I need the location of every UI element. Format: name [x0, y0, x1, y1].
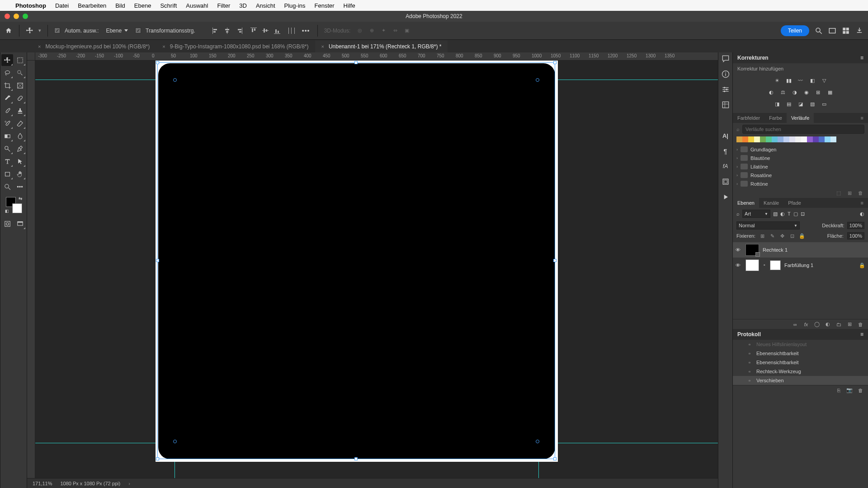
export-icon[interactable]: [855, 27, 863, 35]
colorlookup-adjustment-icon[interactable]: ▦: [826, 88, 835, 97]
gradient-swatch[interactable]: [778, 136, 783, 142]
history-state[interactable]: ▫Ebenensichtbarkeit: [733, 349, 868, 358]
properties-panel-icon[interactable]: [721, 85, 730, 94]
history-state[interactable]: ▫Ebenensichtbarkeit: [733, 358, 868, 367]
gradient-swatch[interactable]: [748, 136, 754, 142]
gradient-folder[interactable]: ›Blautöne: [736, 154, 865, 162]
delete-state-icon[interactable]: 🗑: [857, 387, 863, 393]
character-panel-icon[interactable]: A|: [721, 131, 730, 140]
gradient-folder[interactable]: ›Grundlagen: [736, 145, 865, 154]
share-button[interactable]: Teilen: [781, 25, 809, 36]
more-align-icon[interactable]: •••: [301, 26, 311, 36]
layer-name[interactable]: Farbfüllung 1: [784, 263, 855, 268]
auto-select-checkbox[interactable]: ✓: [54, 28, 60, 33]
menu-hilfe[interactable]: Hilfe: [344, 2, 355, 9]
distribute-icon[interactable]: [287, 26, 297, 36]
colorbalance-adjustment-icon[interactable]: ⚖: [778, 88, 788, 97]
opacity-input[interactable]: 100%: [847, 222, 864, 229]
document-tab[interactable]: ×9-Big-Typo-Instagram-1080x1080.psd bei …: [156, 41, 315, 52]
hand-tool[interactable]: [14, 168, 26, 180]
tab-kanaele[interactable]: Kanäle: [759, 198, 783, 208]
brushes-panel-icon[interactable]: [721, 100, 730, 109]
marquee-tool[interactable]: [14, 54, 26, 66]
visibility-toggle-icon[interactable]: 👁: [736, 247, 742, 253]
eyedropper-tool[interactable]: [1, 92, 13, 104]
gradients-search-input[interactable]: [742, 125, 864, 134]
gradient-swatch[interactable]: [795, 136, 801, 142]
curves-adjustment-icon[interactable]: 〰: [796, 76, 805, 85]
healing-tool[interactable]: [14, 92, 26, 104]
menu-datei[interactable]: Datei: [55, 2, 69, 9]
canvas[interactable]: [35, 61, 718, 478]
new-group-icon[interactable]: 🗀: [835, 321, 842, 327]
filter-shape-icon[interactable]: ▢: [793, 211, 798, 217]
brush-tool[interactable]: [1, 105, 13, 117]
quick-mask-icon[interactable]: [1, 218, 13, 230]
transform-controls-checkbox[interactable]: ✓: [135, 28, 141, 33]
menu-ebene[interactable]: Ebene: [134, 2, 151, 9]
invert-adjustment-icon[interactable]: ◨: [773, 99, 782, 108]
blend-mode-dropdown[interactable]: Normal▼: [736, 221, 800, 230]
gradient-folder[interactable]: ›Rottöne: [736, 179, 865, 188]
type-tool[interactable]: [1, 155, 13, 167]
filter-kind-dropdown[interactable]: Art▼: [742, 210, 770, 218]
transform-handle-ne[interactable]: [553, 61, 557, 64]
channelmix-adjustment-icon[interactable]: ⊞: [814, 88, 823, 97]
transform-handle-nw[interactable]: [156, 61, 159, 64]
default-colors-icon[interactable]: ◧: [5, 209, 9, 213]
gradient-swatch[interactable]: [830, 136, 836, 142]
eraser-tool[interactable]: [14, 117, 26, 129]
exposure-adjustment-icon[interactable]: ◧: [808, 76, 817, 85]
align-left-icon[interactable]: [211, 26, 221, 36]
workspace-icon[interactable]: [842, 27, 850, 35]
gradient-folder[interactable]: ›Rosatöne: [736, 171, 865, 179]
blur-tool[interactable]: [14, 130, 26, 142]
gradient-swatch[interactable]: [736, 136, 742, 142]
brightness-adjustment-icon[interactable]: ☀: [773, 76, 782, 85]
link-layers-icon[interactable]: ∞: [792, 321, 798, 327]
lock-position-icon[interactable]: ✥: [779, 233, 785, 239]
lock-nesting-icon[interactable]: ⊡: [789, 233, 795, 239]
vibrance-adjustment-icon[interactable]: ▽: [820, 76, 829, 85]
gradient-swatch[interactable]: [819, 136, 825, 142]
corrections-panel-header[interactable]: Korrekturen≡: [733, 52, 868, 63]
history-state[interactable]: ▫Verschieben: [733, 376, 868, 385]
gradient-folder[interactable]: ›Lilatöne: [736, 162, 865, 171]
menu-plugins[interactable]: Plug-ins: [284, 2, 306, 9]
panel-menu-icon[interactable]: ≡: [856, 198, 868, 208]
frame-tool[interactable]: [14, 80, 26, 91]
path-select-tool[interactable]: [14, 155, 26, 167]
maximize-button[interactable]: [23, 14, 28, 19]
delete-layer-icon[interactable]: 🗑: [857, 321, 863, 327]
history-state[interactable]: ▫Neues Hilfslinienlayout: [733, 340, 868, 349]
auto-select-target-dropdown[interactable]: Ebene: [103, 28, 131, 34]
lock-all-icon[interactable]: 🔒: [799, 233, 805, 239]
glyphs-panel-icon[interactable]: fA: [721, 162, 730, 171]
layer-thumbnail[interactable]: [745, 244, 759, 256]
document-info[interactable]: 1080 Px x 1080 Px (72 ppi): [60, 481, 120, 486]
delete-preset-icon[interactable]: 🗑: [857, 190, 863, 196]
threshold-adjustment-icon[interactable]: ◪: [796, 99, 805, 108]
status-menu-icon[interactable]: ›: [128, 481, 130, 486]
zoom-level[interactable]: 171,11%: [33, 481, 52, 486]
filter-type-icon[interactable]: T: [788, 211, 791, 216]
gradient-swatch[interactable]: [754, 136, 760, 142]
quick-select-tool[interactable]: [14, 67, 26, 79]
move-tool[interactable]: [1, 54, 13, 66]
new-preset-icon[interactable]: ⊞: [846, 190, 853, 196]
minimize-button[interactable]: [14, 14, 19, 19]
tab-farbe[interactable]: Farbe: [764, 113, 787, 123]
edit-toolbar-icon[interactable]: •••: [14, 181, 26, 192]
history-brush-tool[interactable]: [1, 117, 13, 129]
stamp-tool[interactable]: [14, 105, 26, 117]
close-tab-icon[interactable]: ×: [162, 44, 165, 49]
new-doc-from-state-icon[interactable]: ⎘: [835, 387, 842, 393]
posterize-adjustment-icon[interactable]: ▤: [784, 99, 793, 108]
pen-tool[interactable]: [14, 143, 26, 155]
app-menu[interactable]: Photoshop: [15, 2, 46, 9]
swap-colors-icon[interactable]: ⇆: [19, 196, 22, 201]
menu-bearbeiten[interactable]: Bearbeiten: [78, 2, 106, 9]
transform-handle-sw[interactable]: [156, 457, 159, 460]
bw-adjustment-icon[interactable]: ◑: [790, 88, 799, 97]
color-swatches[interactable]: ⇆ ◧: [5, 196, 22, 213]
